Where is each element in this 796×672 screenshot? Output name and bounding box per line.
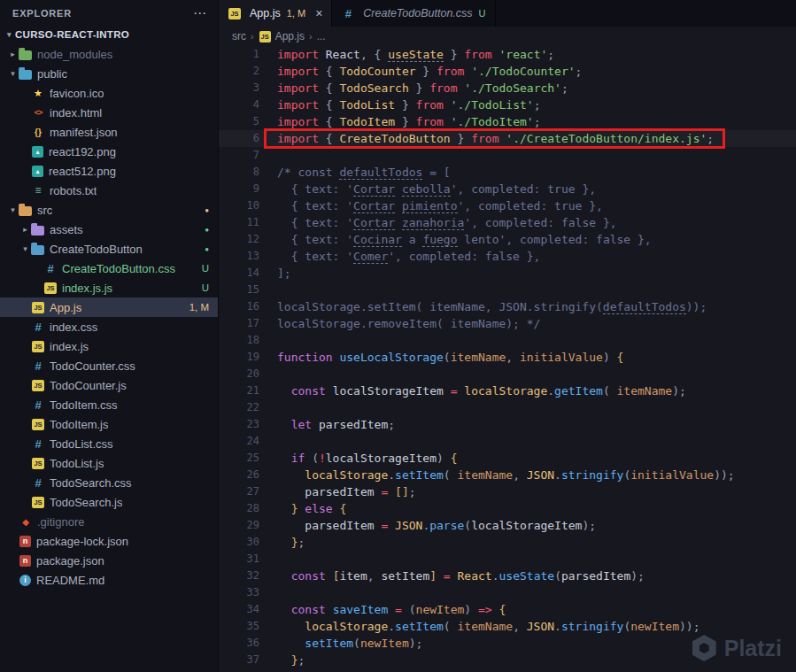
breadcrumb-separator-icon: › xyxy=(309,31,313,42)
code-line[interactable]: 19function useLocalStorage(itemName, ini… xyxy=(219,349,796,366)
code-line[interactable]: 6import { CreateTodoButton } from './Cre… xyxy=(219,130,796,147)
tree-item-package.json[interactable]: npackage.json xyxy=(0,551,218,570)
tab-App.js[interactable]: JSApp.js1, M× xyxy=(219,0,332,27)
tree-item-label: index.css xyxy=(50,321,97,334)
tree-item-robots.txt[interactable]: ≡robots.txt xyxy=(0,181,218,200)
chevron-down-icon: ▾ xyxy=(7,69,19,78)
code-line[interactable]: 11 { text: 'Cortar zanahoria', completed… xyxy=(219,214,796,231)
platzi-logo-icon xyxy=(692,635,716,661)
css-icon: # xyxy=(31,436,45,451)
tree-item-TodoItem.js[interactable]: JSTodoItem.js xyxy=(0,414,218,434)
tree-item-index.js[interactable]: JSindex.js xyxy=(0,336,218,356)
line-number: 11 xyxy=(219,214,277,231)
code-line[interactable]: 34 const saveItem = (newItem) => { xyxy=(219,601,796,618)
code-line[interactable]: 32 const [item, setItem] = React.useStat… xyxy=(219,568,796,584)
code-line[interactable]: 4import { TodoList } from './TodoList'; xyxy=(219,97,796,113)
breadcrumb-item[interactable]: src xyxy=(232,30,246,42)
tree-item-index.css[interactable]: #index.css xyxy=(0,317,218,336)
code-line[interactable]: 2import { TodoCounter } from './TodoCoun… xyxy=(219,63,796,80)
code-line[interactable]: 30 }; xyxy=(219,534,796,551)
code-text: localStorage.setItem( itemName, JSON.str… xyxy=(277,467,735,483)
code-line[interactable]: 17localStorage.removeItem( itemName); */ xyxy=(219,315,796,332)
code-line[interactable]: 33 xyxy=(219,584,796,601)
tree-item-TodoList.css[interactable]: #TodoList.css xyxy=(0,434,218,453)
code-line[interactable]: 27 parsedItem = []; xyxy=(219,483,796,500)
tree-item-node_modules[interactable]: ▸node_modules xyxy=(0,44,218,64)
css-icon: # xyxy=(31,359,45,373)
tree-item-manifest.json[interactable]: {}manifest.json xyxy=(0,122,218,142)
code-line[interactable]: 23 let parsedItem; xyxy=(219,416,796,433)
code-line[interactable]: 13 { text: 'Comer', completed: false }, xyxy=(219,248,796,265)
code-line[interactable]: 1import React, { useState } from 'react'… xyxy=(219,46,796,63)
tree-item-src[interactable]: ▾src● xyxy=(0,200,218,220)
tree-item-App.js[interactable]: JSApp.js1, M xyxy=(0,297,218,317)
code-line[interactable]: 14]; xyxy=(219,265,796,282)
code-line[interactable]: 10 { text: 'Cortar pimiento', completed:… xyxy=(219,197,796,214)
code-line[interactable]: 8/* const defaultTodos = [ xyxy=(219,164,796,181)
watermark: Platzi xyxy=(692,635,782,661)
tree-item-TodoSearch.js[interactable]: JSTodoSearch.js xyxy=(0,492,218,512)
git-status-badge: U xyxy=(202,282,209,293)
tree-item-label: assets xyxy=(50,223,83,236)
tree-item-assets[interactable]: ▸assets● xyxy=(0,220,218,239)
tree-item-label: CreateTodoButton xyxy=(50,243,143,256)
tab-CreateTodoButton.css[interactable]: #CreateTodoButton.cssU xyxy=(332,0,495,27)
code-line[interactable]: 12 { text: 'Cocinar a fuego lento', comp… xyxy=(219,231,796,248)
code-line[interactable]: 15 xyxy=(219,282,796,298)
code-text: setItem(newItem); xyxy=(277,635,422,652)
code-line[interactable]: 26 localStorage.setItem( itemName, JSON.… xyxy=(219,467,796,483)
tree-item-package-lock.json[interactable]: npackage-lock.json xyxy=(0,531,218,551)
tree-item-TodoSearch.css[interactable]: #TodoSearch.css xyxy=(0,473,218,492)
folder-icon xyxy=(19,70,32,80)
tree-item-react512.png[interactable]: ▴react512.png xyxy=(0,161,218,181)
code-line[interactable]: 21 const localStorageItem = localStorage… xyxy=(219,382,796,399)
line-number: 24 xyxy=(219,433,277,450)
tree-item-TodoItem.css[interactable]: #TodoItem.css xyxy=(0,395,218,414)
code-line[interactable]: 31 xyxy=(219,551,796,568)
tree-item-public[interactable]: ▾public xyxy=(0,64,218,83)
line-number: 7 xyxy=(219,147,277,164)
tree-item-README.md[interactable]: iREADME.md xyxy=(0,570,218,590)
tree-item-CreateTodoButton[interactable]: ▾CreateTodoButton● xyxy=(0,239,218,259)
tree-item-favicon.ico[interactable]: ★favicon.ico xyxy=(0,83,218,103)
tree-root[interactable]: ▾ CURSO-REACT-INTRO xyxy=(0,25,218,44)
code-line[interactable]: 3import { TodoSearch } from './TodoSearc… xyxy=(219,80,796,97)
line-number: 10 xyxy=(219,197,277,214)
line-number: 15 xyxy=(219,282,277,298)
tree-item-TodoList.js[interactable]: JSTodoList.js xyxy=(0,453,218,473)
tree-item-TodoCounter.js[interactable]: JSTodoCounter.js xyxy=(0,375,218,395)
code-line[interactable]: 18 xyxy=(219,332,796,349)
breadcrumb-item[interactable]: App.js xyxy=(275,30,305,42)
code-line[interactable]: 5import { TodoItem } from './TodoItem'; xyxy=(219,113,796,130)
code-line[interactable]: 20 xyxy=(219,366,796,382)
npm-icon: n xyxy=(19,536,31,547)
code-line[interactable]: 24 xyxy=(219,433,796,450)
code-line[interactable]: 7 xyxy=(219,147,796,164)
code-line[interactable]: 25 if (!localStorageItem) { xyxy=(219,450,796,467)
code-area[interactable]: 1import React, { useState } from 'react'… xyxy=(219,46,796,668)
tree-item-.gitignore[interactable]: ◆.gitignore xyxy=(0,512,218,531)
code-line[interactable]: 9 { text: 'Cortar cebolla', completed: t… xyxy=(219,181,796,197)
tree-item-label: public xyxy=(37,67,67,81)
code-line[interactable]: 16localStorage.setItem( itemName, JSON.s… xyxy=(219,298,796,315)
tree-item-index.html[interactable]: <>index.html xyxy=(0,103,218,122)
folder-icon xyxy=(19,50,32,60)
tree-item-CreateTodoButton.css[interactable]: #CreateTodoButton.cssU xyxy=(0,259,218,278)
code-text: { text: 'Cortar zanahoria', completed: f… xyxy=(277,214,617,231)
txt-icon: ≡ xyxy=(31,183,45,197)
code-line[interactable]: 22 xyxy=(219,399,796,416)
tree-item-index.js.js[interactable]: JSindex.js.jsU xyxy=(0,278,218,297)
more-actions-icon[interactable]: ⋯ xyxy=(193,5,207,21)
breadcrumb-item[interactable]: ... xyxy=(317,30,326,42)
css-icon: # xyxy=(31,475,45,490)
tree-item-react192.png[interactable]: ▴react192.png xyxy=(0,142,218,161)
tree-item-label: robots.txt xyxy=(50,184,97,197)
tab-close-icon[interactable]: × xyxy=(315,7,322,19)
tree-item-label: index.html xyxy=(50,106,102,120)
tree-item-TodoCounter.css[interactable]: #TodoCounter.css xyxy=(0,356,218,375)
tree-item-label: TodoCounter.js xyxy=(50,379,127,392)
code-line[interactable]: 35 localStorage.setItem( itemName, JSON.… xyxy=(219,618,796,635)
code-line[interactable]: 29 parsedItem = JSON.parse(localStorageI… xyxy=(219,517,796,534)
tree-item-label: CreateTodoButton.css xyxy=(62,262,175,275)
code-line[interactable]: 28 } else { xyxy=(219,500,796,517)
